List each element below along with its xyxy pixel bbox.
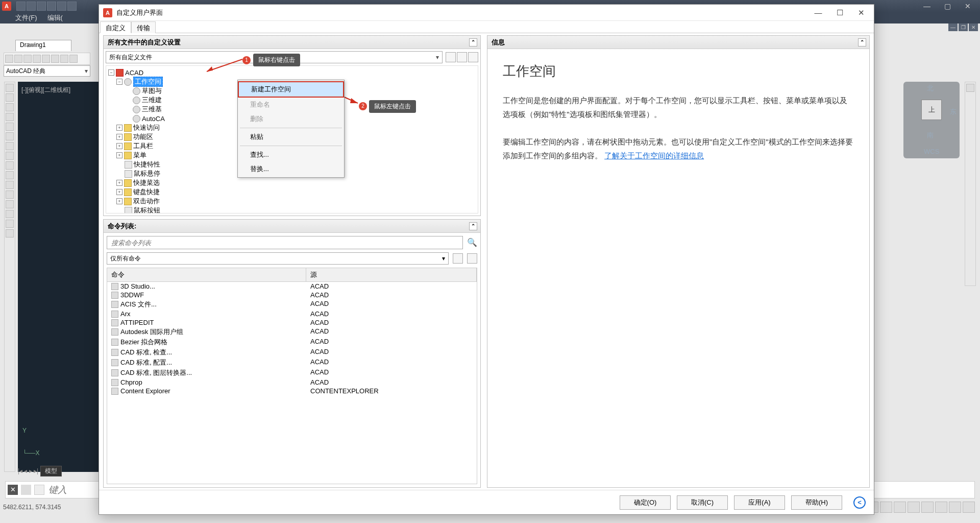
viewport-label[interactable]: [-][俯视][二维线框]: [21, 86, 70, 94]
tree-label[interactable]: 功能区: [133, 132, 153, 141]
qat-button[interactable]: [16, 2, 26, 11]
expand-icon[interactable]: −: [108, 69, 114, 76]
toolbar-icon[interactable]: [23, 55, 32, 63]
status-button[interactable]: [921, 502, 934, 513]
panel-collapse-button[interactable]: ⌃: [858, 38, 866, 46]
status-button[interactable]: [935, 502, 947, 513]
expand-icon[interactable]: +: [116, 180, 122, 186]
tree-label[interactable]: 三维建: [142, 96, 162, 105]
dialog-maximize-button[interactable]: ☐: [831, 6, 848, 19]
column-header-source[interactable]: 源: [306, 268, 477, 281]
rectangle-tool-icon[interactable]: [6, 123, 14, 131]
tool-icon[interactable]: [6, 152, 14, 160]
tool-icon[interactable]: [966, 84, 974, 92]
viewcube[interactable]: 北 东 南 上 WCS: [903, 82, 960, 158]
toolbar-icon[interactable]: [60, 55, 68, 63]
expand-icon[interactable]: +: [116, 134, 122, 140]
tree-label[interactable]: 鼠标悬停: [134, 169, 160, 178]
status-button[interactable]: [880, 502, 892, 513]
qat-button[interactable]: [37, 2, 46, 11]
cancel-button[interactable]: 取消(C): [677, 495, 728, 510]
viewcube-wcs[interactable]: WCS: [924, 148, 939, 155]
expand-icon[interactable]: −: [116, 79, 122, 85]
tool-icon[interactable]: [6, 200, 14, 208]
table-row[interactable]: 3DDWFACAD: [107, 291, 477, 299]
tool-icon[interactable]: [6, 210, 14, 218]
command-search-input[interactable]: [107, 236, 463, 249]
maximize-button[interactable]: ▢: [937, 1, 958, 12]
tree-label[interactable]: 快捷特性: [134, 160, 160, 169]
help-icon[interactable]: <: [853, 496, 866, 509]
menu-file[interactable]: 文件(F): [15, 13, 37, 22]
qat-button[interactable]: [47, 2, 56, 11]
mdi-minimize-button[interactable]: —: [948, 23, 958, 31]
workspace-dropdown[interactable]: AutoCAD 经典: [4, 65, 90, 77]
tool-icon[interactable]: [6, 220, 14, 228]
ctx-replace[interactable]: 替换...: [238, 162, 344, 176]
column-header-command[interactable]: 命令: [107, 268, 306, 281]
tree-label[interactable]: 快捷菜选: [133, 178, 160, 187]
dialog-minimize-button[interactable]: —: [810, 6, 827, 19]
document-tab[interactable]: Drawing1: [15, 40, 71, 51]
open-cui-button[interactable]: [446, 52, 456, 62]
minimize-button[interactable]: —: [917, 1, 937, 12]
ctx-new-workspace[interactable]: 新建工作空间: [238, 81, 344, 98]
table-body[interactable]: 3D Studio...ACAD3DDWFACADACIS 文件...ACADA…: [107, 282, 477, 484]
arc-tool-icon[interactable]: [6, 113, 14, 121]
circle-tool-icon[interactable]: [6, 103, 14, 111]
table-row[interactable]: ACIS 文件...ACAD: [107, 299, 477, 310]
ok-button[interactable]: 确定(O): [620, 495, 671, 510]
table-row[interactable]: CAD 标准, 配置...ACAD: [107, 358, 477, 368]
command-filter-dropdown[interactable]: 仅所有命令: [107, 252, 449, 265]
status-button[interactable]: [963, 502, 975, 513]
mdi-restore-button[interactable]: ❐: [959, 23, 968, 31]
table-row[interactable]: ChpropACAD: [107, 378, 477, 387]
expand-icon[interactable]: +: [116, 198, 122, 204]
tree-label[interactable]: AutoCA: [142, 115, 165, 123]
command-close-icon[interactable]: ✕: [8, 485, 18, 495]
tool-icon[interactable]: [6, 171, 14, 179]
table-row[interactable]: 3D Studio...ACAD: [107, 282, 477, 291]
tool-icon[interactable]: [6, 229, 14, 237]
qat-button[interactable]: [27, 2, 36, 11]
drawing-canvas[interactable]: [18, 82, 100, 472]
dialog-close-button[interactable]: ✕: [852, 6, 870, 19]
table-row[interactable]: CAD 标准, 检查...ACAD: [107, 347, 477, 358]
new-command-button[interactable]: [453, 253, 463, 264]
expand-icon[interactable]: +: [116, 125, 122, 131]
apply-button[interactable]: 应用(A): [734, 495, 785, 510]
tree-label[interactable]: 键盘快捷: [133, 187, 160, 197]
model-tab[interactable]: 模型: [40, 466, 62, 477]
toolbar-icon[interactable]: [42, 55, 50, 63]
viewcube-top[interactable]: 上: [921, 100, 942, 120]
panel-collapse-button[interactable]: ⌃: [469, 222, 477, 230]
viewcube-north[interactable]: 北: [927, 84, 934, 93]
table-row[interactable]: Bezier 拟合网格ACAD: [107, 337, 477, 347]
command-options-button[interactable]: [467, 253, 477, 264]
menu-edit[interactable]: 编辑(: [47, 13, 63, 22]
expand-icon[interactable]: +: [116, 152, 122, 158]
dialog-titlebar[interactable]: A 自定义用户界面 — ☐ ✕: [99, 5, 874, 21]
table-row[interactable]: Content ExplorerCONTENTEXPLORER: [107, 387, 477, 395]
cui-options-button[interactable]: [468, 52, 478, 62]
toolbar-icon[interactable]: [14, 55, 22, 63]
table-row[interactable]: CAD 标准, 图层转换器...ACAD: [107, 368, 477, 378]
tree-label[interactable]: 双击动作: [133, 197, 160, 206]
ctx-paste[interactable]: 粘贴: [238, 130, 344, 144]
viewcube-east[interactable]: 东: [950, 107, 957, 116]
toolbar-icon[interactable]: [69, 55, 78, 63]
tree-label[interactable]: 菜单: [133, 151, 146, 160]
table-row[interactable]: ArxACAD: [107, 310, 477, 318]
info-learn-more-link[interactable]: 了解关于工作空间的详细信息: [604, 151, 704, 160]
expand-icon[interactable]: +: [116, 189, 122, 195]
expand-icon[interactable]: +: [116, 143, 122, 149]
table-row[interactable]: Autodesk 国际用户组ACAD: [107, 327, 477, 337]
tool-icon[interactable]: [6, 181, 14, 189]
tree-label[interactable]: ACAD: [125, 69, 143, 77]
command-config-icon[interactable]: [21, 485, 31, 495]
tree-label-selected[interactable]: 工作空间: [133, 77, 163, 87]
status-button[interactable]: [894, 502, 906, 513]
qat-button[interactable]: [57, 2, 66, 11]
search-icon[interactable]: 🔍: [467, 237, 477, 248]
panel-collapse-button[interactable]: ⌃: [469, 38, 477, 46]
